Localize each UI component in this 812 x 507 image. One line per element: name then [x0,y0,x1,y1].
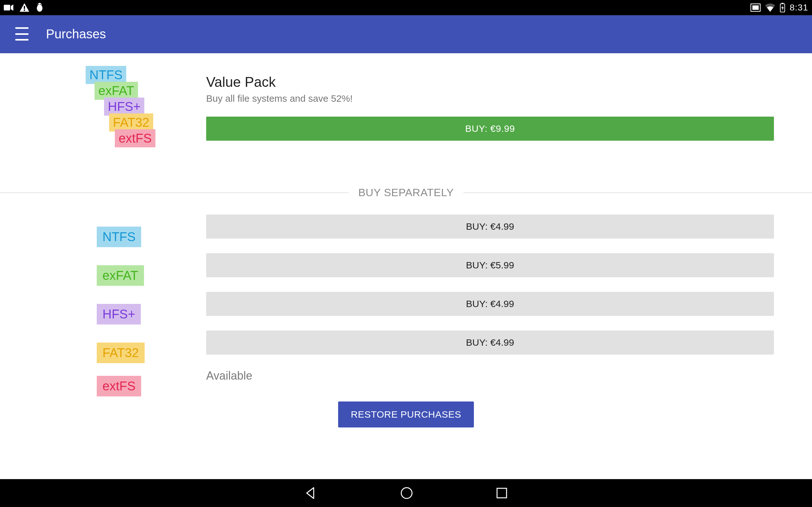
badge-extfs: extFS [115,129,155,147]
svg-rect-1 [24,6,25,9]
separator-line-right [463,192,812,193]
items-list: NTFS BUY: €4.99 exFAT BUY: €5.99 HFS+ BU… [0,199,812,383]
separator: BUY SEPARATELY [0,186,812,199]
item-row-hfs: HFS+ BUY: €4.99 [13,292,799,316]
badge-ntfs: NTFS [86,66,126,84]
svg-point-4 [38,3,42,7]
app-bar: Purchases [0,15,812,53]
page-title: Purchases [46,27,106,41]
badge-exfat: exFAT [95,82,138,100]
buy-value-pack-button[interactable]: BUY: €9.99 [206,117,774,141]
menu-icon[interactable] [15,27,29,41]
status-right: 8:31 [751,3,809,13]
extfs-status: Available [206,369,799,383]
item-row-exfat: exFAT BUY: €5.99 [13,253,799,277]
badge-extfs: extFS [97,376,141,396]
back-icon[interactable] [304,487,317,500]
video-icon [4,4,13,11]
content: NTFS exFAT HFS+ FAT32 extFS Value Pack B… [0,53,812,428]
value-pack-title: Value Pack [206,74,799,90]
svg-rect-10 [781,3,783,4]
status-left [4,3,44,12]
svg-point-11 [401,488,412,498]
value-pack-details: Value Pack Buy all file systems and save… [206,66,799,167]
svg-point-5 [38,4,39,5]
warning-icon [20,3,29,12]
svg-rect-8 [752,5,759,10]
value-pack-subtitle: Buy all file systems and save 52%! [206,93,799,104]
separator-line-left [0,192,349,193]
badge-ntfs: NTFS [97,227,141,247]
nav-bar [0,479,812,507]
svg-point-6 [40,4,41,5]
badge-hfs: HFS+ [97,304,141,325]
battery-charging-icon [780,3,785,12]
svg-rect-12 [497,488,507,498]
item-row-extfs: extFS Available [13,369,799,383]
svg-rect-2 [24,9,25,11]
svg-rect-0 [4,5,10,10]
clock-time: 8:31 [790,3,809,13]
restore-row: RESTORE PURCHASES [0,401,812,428]
value-pack-section: NTFS exFAT HFS+ FAT32 extFS Value Pack B… [0,53,812,186]
badge-hfs: HFS+ [104,98,144,116]
buy-ntfs-button[interactable]: BUY: €4.99 [206,215,774,239]
buy-hfs-button[interactable]: BUY: €4.99 [206,292,774,316]
separator-label: BUY SEPARATELY [349,186,463,199]
badge-exfat: exFAT [97,265,144,286]
bug-icon [36,3,44,12]
badge-fat32: FAT32 [97,343,145,363]
buy-fat32-button[interactable]: BUY: €4.99 [206,331,774,354]
item-row-ntfs: NTFS BUY: €4.99 [13,215,799,239]
buy-exfat-button[interactable]: BUY: €5.99 [206,253,774,277]
value-pack-badge-stack: NTFS exFAT HFS+ FAT32 extFS [13,66,206,167]
recent-icon[interactable] [496,487,508,499]
status-bar: 8:31 [0,0,812,15]
cast-icon [751,3,761,12]
item-row-fat32: FAT32 BUY: €4.99 [13,331,799,354]
restore-purchases-button[interactable]: RESTORE PURCHASES [338,401,474,428]
badge-fat32: FAT32 [109,113,153,131]
wifi-icon [765,3,775,12]
home-icon[interactable] [400,487,413,500]
